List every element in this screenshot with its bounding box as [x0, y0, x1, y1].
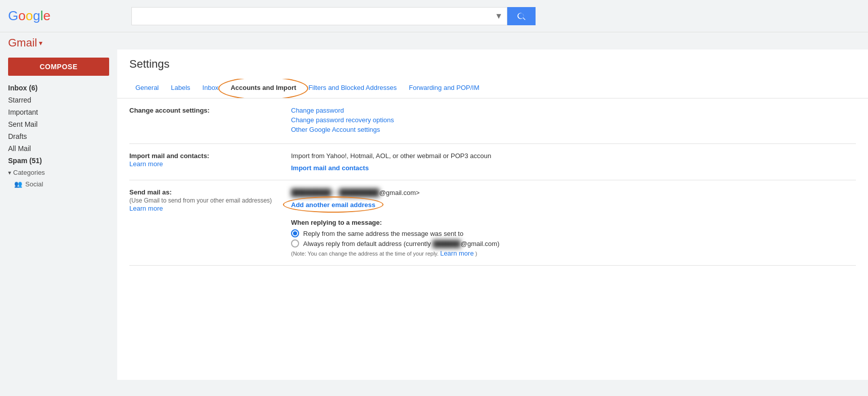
compose-button[interactable]: COMPOSE	[8, 58, 109, 76]
sidebar-item-allmail[interactable]: All Mail	[0, 142, 117, 155]
reply-note: (Note: You can change the address at the…	[291, 250, 856, 257]
sendmail-label-col: Send mail as: (Use Gmail to send from yo…	[129, 188, 291, 257]
gmail-dropdown-arrow: ▾	[39, 39, 42, 47]
top-bar: Google ▼	[0, 0, 868, 32]
reply-radio-same[interactable]	[291, 229, 299, 237]
tab-filters[interactable]: Filters and Blocked Addresses	[302, 79, 403, 98]
add-another-email-link[interactable]: Add another email address	[291, 201, 375, 209]
sidebar-item-starred[interactable]: Starred	[0, 94, 117, 106]
note-text-content: (Note: You can change the address at the…	[291, 251, 439, 257]
account-label-col: Change account settings:	[129, 107, 291, 135]
email-display-blurred: ████████ < ████████	[291, 188, 379, 196]
settings-tabs: General Labels Inbox Accounts and Import…	[117, 79, 868, 98]
settings-row-account: Change account settings: Change password…	[129, 98, 856, 144]
tab-labels[interactable]: Labels	[165, 79, 196, 98]
search-input-wrap: ▼	[131, 7, 507, 25]
sidebar-item-sent[interactable]: Sent Mail	[0, 118, 117, 130]
reply-option-default[interactable]: Always reply from default address (curre…	[291, 239, 856, 247]
search-icon	[517, 12, 526, 21]
reply-same-label: Reply from the same address the message …	[303, 230, 463, 237]
sidebar-important-label: Important	[8, 108, 38, 116]
reply-radio-default[interactable]	[291, 239, 299, 247]
sidebar-item-drafts[interactable]: Drafts	[0, 130, 117, 142]
change-password-link[interactable]: Change password	[291, 107, 856, 114]
email-address-row: ████████ < ████████ @gmail.com>	[291, 188, 856, 196]
sendmail-value-col: ████████ < ████████ @gmail.com> Add anot…	[291, 188, 856, 257]
tab-general[interactable]: General	[129, 79, 165, 98]
import-value-col: Import from Yahoo!, Hotmail, AOL, or oth…	[291, 152, 856, 172]
account-settings-label: Change account settings:	[129, 107, 279, 114]
import-learn-more-link[interactable]: Learn more	[129, 160, 163, 168]
settings-content: Change account settings: Change password…	[117, 98, 868, 266]
sidebar-categories-label: Categories	[13, 169, 45, 176]
sendmail-learn-more-link[interactable]: Learn more	[129, 205, 163, 212]
reply-note-learn-more[interactable]: Learn more	[440, 250, 473, 257]
sidebar-item-important[interactable]: Important	[0, 106, 117, 118]
content-area: Settings General Labels Inbox Accounts a…	[117, 49, 868, 380]
reply-option-same[interactable]: Reply from the same address the message …	[291, 229, 856, 237]
other-google-settings-link[interactable]: Other Google Account settings	[291, 126, 856, 133]
sidebar-drafts-label: Drafts	[8, 132, 27, 140]
tab-inbox[interactable]: Inbox	[197, 79, 225, 98]
sendmail-label: Send mail as:	[129, 188, 279, 196]
gmail-bar: Gmail ▾	[0, 32, 868, 49]
import-description: Import from Yahoo!, Hotmail, AOL, or oth…	[291, 152, 856, 160]
tab-accounts-wrap: Accounts and Import	[224, 79, 302, 98]
search-input[interactable]	[132, 8, 491, 25]
sidebar-inbox-label: Inbox (6)	[8, 84, 37, 92]
gmail-text: Gmail	[8, 36, 37, 49]
account-links-col: Change password Change password recovery…	[291, 107, 856, 135]
sidebar-item-spam[interactable]: Spam (51)	[0, 155, 117, 167]
sidebar-starred-label: Starred	[8, 96, 31, 104]
import-label: Import mail and contacts:	[129, 152, 279, 160]
sidebar-spam-label: Spam (51)	[8, 157, 42, 165]
tab-forwarding[interactable]: Forwarding and POP/IM	[403, 79, 485, 98]
page-title: Settings	[117, 49, 868, 79]
tab-accounts-import[interactable]: Accounts and Import	[224, 79, 302, 98]
sidebar-allmail-label: All Mail	[8, 144, 31, 153]
reply-default-label: Always reply from default address (curre…	[303, 240, 500, 247]
reply-title: When replying to a message:	[291, 219, 856, 226]
import-label-col: Import mail and contacts: Learn more	[129, 152, 291, 172]
sidebar-item-social[interactable]: 👥 Social	[0, 178, 117, 190]
gmail-label[interactable]: Gmail ▾	[8, 36, 119, 49]
sidebar-item-inbox[interactable]: Inbox (6)	[0, 82, 117, 94]
sidebar-sent-label: Sent Mail	[8, 120, 37, 128]
sidebar-social-label: Social	[25, 180, 43, 188]
sidebar: COMPOSE Inbox (6) Starred Important Sent…	[0, 49, 117, 380]
sendmail-sublabel: (Use Gmail to send from your other email…	[129, 197, 279, 204]
social-icon: 👥	[14, 180, 22, 188]
default-email-blurred: ██████	[432, 240, 460, 247]
search-bar: ▼	[131, 7, 536, 25]
main-layout: COMPOSE Inbox (6) Starred Important Sent…	[0, 49, 868, 380]
settings-row-sendmail: Send mail as: (Use Gmail to send from yo…	[129, 180, 856, 266]
google-logo: Google	[8, 8, 119, 24]
sidebar-item-categories[interactable]: ▾ Categories	[0, 167, 117, 178]
categories-arrow-icon: ▾	[8, 169, 11, 176]
settings-row-import: Import mail and contacts: Learn more Imp…	[129, 144, 856, 180]
import-mail-contacts-link[interactable]: Import mail and contacts	[291, 164, 369, 172]
add-email-wrap: Add another email address	[291, 201, 375, 209]
reply-section: When replying to a message: Reply from t…	[291, 219, 856, 257]
note-end: )	[475, 251, 477, 257]
change-password-recovery-link[interactable]: Change password recovery options	[291, 116, 856, 124]
search-button[interactable]	[507, 7, 536, 25]
search-dropdown-button[interactable]: ▼	[491, 12, 507, 21]
email-at-domain: @gmail.com>	[379, 189, 420, 196]
